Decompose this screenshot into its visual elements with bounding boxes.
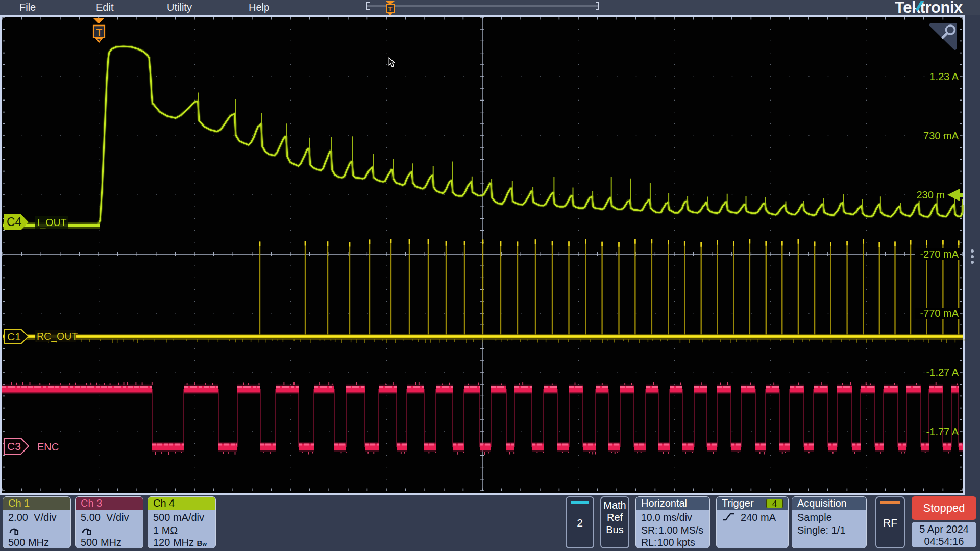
svg-text:C1: C1 [7, 331, 21, 342]
svg-text:730 mA: 730 mA [923, 130, 959, 141]
svg-text:230 m: 230 m [916, 189, 945, 201]
svg-text:-1.77 A: -1.77 A [926, 426, 959, 437]
svg-text:ENC: ENC [37, 441, 59, 453]
svg-text:-1.27 A: -1.27 A [926, 367, 959, 378]
svg-text:RC_OUT: RC_OUT [37, 331, 78, 342]
svg-text:C3: C3 [7, 440, 21, 452]
svg-text:-270 mA: -270 mA [920, 248, 959, 260]
svg-text:1.23 A: 1.23 A [929, 71, 959, 82]
svg-text:T: T [96, 27, 103, 38]
svg-text:I_OUT: I_OUT [37, 217, 67, 229]
svg-text:-770 mA: -770 mA [920, 308, 959, 319]
svg-text:C4: C4 [7, 215, 22, 229]
